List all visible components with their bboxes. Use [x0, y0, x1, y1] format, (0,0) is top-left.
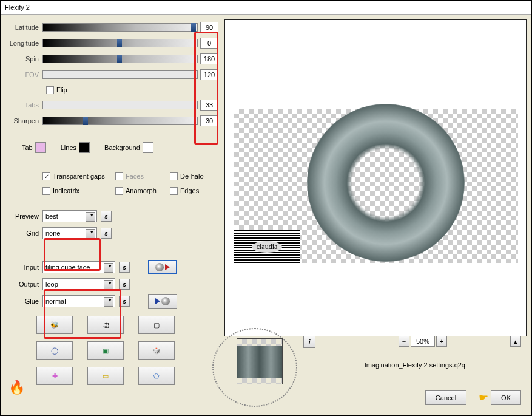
input-s-button[interactable]: s — [119, 262, 130, 273]
window-title: Flexify 2 — [5, 4, 30, 11]
expand-button[interactable]: ▴ — [510, 336, 521, 347]
transparent-gaps-checkbox[interactable] — [42, 172, 50, 180]
preview-label: Preview — [6, 213, 42, 220]
input-dropdown[interactable]: tiling cube face — [42, 261, 115, 273]
play-blue-icon — [155, 298, 160, 304]
content-area: Latitude 90 Longitude 0 Spin 180 FOV 120 — [1, 15, 531, 415]
copy-icon: ⿻ — [103, 321, 109, 329]
dehalo-checkbox[interactable] — [170, 172, 178, 180]
lines-color-item: Lines — [61, 142, 90, 153]
tab-color-label: Tab — [22, 144, 33, 151]
output-dropdown[interactable]: loop — [42, 278, 115, 290]
glue-label: Glue — [6, 298, 42, 305]
sharpen-label: Sharpen — [6, 117, 42, 124]
fov-label: FOV — [6, 71, 42, 78]
tab-color-swatch[interactable] — [35, 142, 46, 153]
latitude-value[interactable]: 90 — [200, 22, 218, 33]
settings-filename: Imagination_Flexify 2 settings.q2q — [365, 361, 465, 369]
glue-dropdown[interactable]: normal — [42, 295, 115, 307]
tabs-value[interactable]: 33 — [200, 100, 218, 111]
spin-row: Spin 180 — [6, 51, 218, 67]
play-disc-button[interactable] — [148, 294, 177, 309]
edges-item: Edges — [170, 187, 218, 195]
spin-label: Spin — [6, 55, 42, 63]
fov-slider — [42, 70, 198, 79]
spin-slider[interactable] — [42, 55, 198, 63]
sharpen-row: Sharpen 30 — [6, 113, 218, 129]
disc-icon-2 — [161, 297, 170, 305]
output-label: Output — [6, 281, 42, 288]
bottom-bar: 🔥 i − 50% + ▴ Imagination_Flexify 2 sett… — [6, 331, 526, 410]
grid-dropdown[interactable]: none — [42, 227, 97, 239]
preview-image: claudia — [234, 109, 518, 263]
check-grid: Transparent gaps Faces De-halo Indicatri… — [6, 169, 218, 198]
fire-icon[interactable]: 🔥 — [8, 380, 25, 395]
pointing-hand-icon: ☛ — [479, 391, 488, 404]
flip-label: Flip — [56, 86, 67, 94]
preview-dropdown[interactable]: best — [42, 210, 97, 222]
fov-row: FOV 120 — [6, 67, 218, 83]
flexify-window: Flexify 2 Latitude 90 Longitude 0 Spin 1… — [0, 0, 532, 416]
watermark: claudia — [234, 230, 300, 263]
thumbnail-image — [237, 346, 282, 378]
flip-checkbox[interactable] — [46, 86, 54, 94]
sharpen-slider[interactable] — [42, 117, 198, 125]
background-color-swatch[interactable] — [143, 142, 153, 153]
thumbnail-area — [224, 331, 297, 398]
preview-area[interactable]: claudia — [224, 19, 527, 336]
glue-row: Glue normal s — [6, 293, 218, 310]
sharpen-value[interactable]: 30 — [200, 115, 218, 126]
zoom-in-button[interactable]: + — [436, 336, 447, 347]
input-row: Input tiling cube face s — [6, 259, 218, 276]
chevron-up-icon: ▴ — [514, 338, 517, 346]
output-row: Output loop s — [6, 276, 218, 293]
tabs-label: Tabs — [6, 101, 42, 109]
fov-value[interactable]: 120 — [200, 69, 218, 80]
ok-button[interactable]: OK — [491, 390, 521, 405]
flip-row: Flip — [6, 83, 218, 97]
thumbnail[interactable] — [237, 338, 283, 384]
indicatrix-item: Indicatrix — [42, 187, 115, 195]
color-row: Tab Lines Background — [6, 138, 218, 157]
action-buttons: Cancel ☛ OK — [425, 390, 521, 405]
grid-row: Grid none s — [6, 225, 218, 242]
grid-s-button[interactable]: s — [101, 228, 112, 239]
glue-s-button[interactable]: s — [119, 296, 130, 307]
longitude-row: Longitude 0 — [6, 35, 218, 51]
tabs-slider — [42, 101, 198, 109]
longitude-slider[interactable] — [42, 39, 198, 47]
lines-color-swatch[interactable] — [79, 142, 90, 153]
info-button[interactable]: i — [303, 336, 315, 348]
blank-icon: ▢ — [153, 321, 160, 329]
tab-color-item: Tab — [22, 142, 46, 153]
edges-checkbox[interactable] — [170, 187, 178, 195]
background-color-label: Background — [104, 144, 140, 151]
faces-checkbox — [115, 172, 123, 180]
spin-value[interactable]: 180 — [200, 53, 218, 64]
background-color-item: Background — [104, 142, 153, 153]
zoom-controls: − 50% + — [399, 336, 447, 347]
disc-icon — [155, 263, 164, 271]
indicatrix-checkbox[interactable] — [42, 187, 50, 195]
cancel-button[interactable]: Cancel — [425, 390, 466, 405]
play-icon — [165, 264, 170, 270]
longitude-label: Longitude — [6, 39, 42, 47]
longitude-value[interactable]: 0 — [200, 38, 218, 49]
watermark-text: claudia — [252, 241, 283, 253]
zoom-value[interactable]: 50% — [411, 336, 435, 347]
latitude-label: Latitude — [6, 24, 42, 31]
input-label: Input — [6, 264, 42, 271]
latitude-slider[interactable] — [42, 23, 198, 32]
disc-play-button[interactable] — [148, 260, 177, 274]
dehalo-item: De-halo — [170, 172, 218, 180]
output-s-button[interactable]: s — [119, 279, 130, 290]
preview-row: Preview best s — [6, 208, 218, 225]
titlebar: Flexify 2 — [1, 1, 531, 15]
bee-icon: 🐝 — [50, 321, 59, 329]
preview-s-button[interactable]: s — [101, 211, 112, 222]
tabs-row: Tabs 33 — [6, 97, 218, 113]
controls-panel: Latitude 90 Longitude 0 Spin 180 FOV 120 — [6, 19, 218, 385]
anamorph-checkbox[interactable] — [115, 187, 123, 195]
anamorph-item: Anamorph — [115, 187, 170, 195]
zoom-out-button[interactable]: − — [399, 336, 409, 347]
